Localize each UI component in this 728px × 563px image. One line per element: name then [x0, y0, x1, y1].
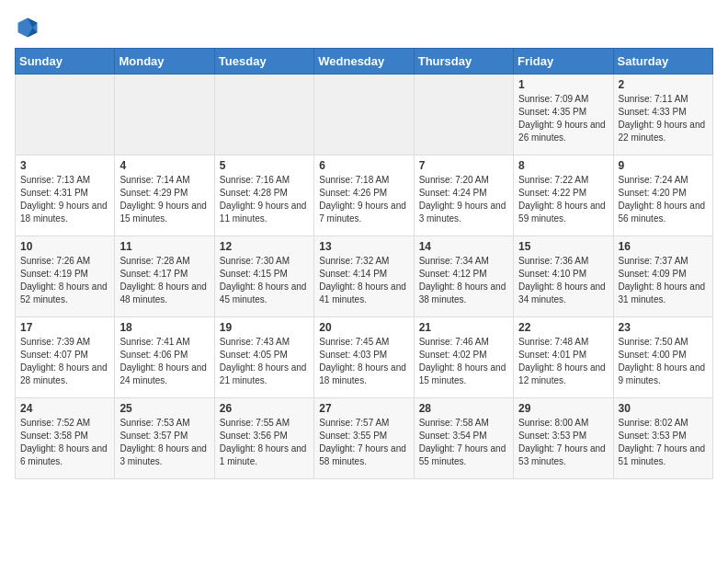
day-info: Sunrise: 7:43 AM Sunset: 4:05 PM Dayligh… — [220, 336, 309, 387]
page-header — [15, 15, 713, 40]
calendar-cell: 12Sunrise: 7:30 AM Sunset: 4:15 PM Dayli… — [214, 236, 313, 317]
day-info: Sunrise: 7:50 AM Sunset: 4:00 PM Dayligh… — [619, 336, 708, 387]
day-info: Sunrise: 7:53 AM Sunset: 3:57 PM Dayligh… — [119, 417, 209, 468]
day-number: 1 — [518, 78, 608, 91]
calendar-cell — [314, 75, 414, 155]
calendar-week-1: 1Sunrise: 7:09 AM Sunset: 4:35 PM Daylig… — [16, 75, 713, 155]
day-info: Sunrise: 7:46 AM Sunset: 4:02 PM Dayligh… — [419, 336, 508, 387]
day-number: 22 — [518, 321, 608, 334]
day-info: Sunrise: 7:41 AM Sunset: 4:06 PM Dayligh… — [119, 336, 209, 387]
day-number: 30 — [619, 402, 708, 415]
day-info: Sunrise: 8:00 AM Sunset: 3:53 PM Dayligh… — [518, 417, 608, 468]
logo-icon — [15, 15, 40, 40]
calendar-cell: 21Sunrise: 7:46 AM Sunset: 4:02 PM Dayli… — [414, 317, 513, 398]
calendar-cell: 30Sunrise: 8:02 AM Sunset: 3:53 PM Dayli… — [613, 398, 712, 479]
calendar-week-4: 17Sunrise: 7:39 AM Sunset: 4:07 PM Dayli… — [16, 317, 713, 398]
day-header-sunday: Sunday — [16, 49, 115, 75]
calendar-cell: 3Sunrise: 7:13 AM Sunset: 4:31 PM Daylig… — [16, 155, 115, 236]
day-number: 7 — [419, 159, 508, 172]
day-info: Sunrise: 7:32 AM Sunset: 4:14 PM Dayligh… — [319, 255, 408, 306]
day-number: 27 — [319, 402, 408, 415]
day-info: Sunrise: 7:11 AM Sunset: 4:33 PM Dayligh… — [619, 93, 708, 144]
day-number: 6 — [319, 159, 408, 172]
day-info: Sunrise: 7:14 AM Sunset: 4:29 PM Dayligh… — [119, 174, 209, 225]
calendar-cell: 9Sunrise: 7:24 AM Sunset: 4:20 PM Daylig… — [613, 155, 712, 236]
day-info: Sunrise: 7:39 AM Sunset: 4:07 PM Dayligh… — [20, 336, 109, 387]
day-number: 3 — [20, 159, 109, 172]
calendar-cell: 6Sunrise: 7:18 AM Sunset: 4:26 PM Daylig… — [314, 155, 414, 236]
day-number: 18 — [119, 321, 209, 334]
day-header-saturday: Saturday — [613, 49, 712, 75]
calendar-cell: 7Sunrise: 7:20 AM Sunset: 4:24 PM Daylig… — [414, 155, 513, 236]
day-info: Sunrise: 7:13 AM Sunset: 4:31 PM Dayligh… — [20, 174, 109, 225]
calendar-cell: 11Sunrise: 7:28 AM Sunset: 4:17 PM Dayli… — [115, 236, 214, 317]
calendar-cell: 13Sunrise: 7:32 AM Sunset: 4:14 PM Dayli… — [314, 236, 414, 317]
calendar-cell — [414, 75, 513, 155]
day-number: 12 — [220, 240, 309, 253]
calendar-cell: 18Sunrise: 7:41 AM Sunset: 4:06 PM Dayli… — [115, 317, 214, 398]
calendar-week-2: 3Sunrise: 7:13 AM Sunset: 4:31 PM Daylig… — [16, 155, 713, 236]
calendar-cell: 16Sunrise: 7:37 AM Sunset: 4:09 PM Dayli… — [613, 236, 712, 317]
day-info: Sunrise: 7:34 AM Sunset: 4:12 PM Dayligh… — [419, 255, 508, 306]
calendar-cell: 24Sunrise: 7:52 AM Sunset: 3:58 PM Dayli… — [16, 398, 115, 479]
day-info: Sunrise: 7:26 AM Sunset: 4:19 PM Dayligh… — [20, 255, 109, 306]
day-number: 16 — [619, 240, 708, 253]
day-number: 15 — [518, 240, 608, 253]
day-info: Sunrise: 7:57 AM Sunset: 3:55 PM Dayligh… — [319, 417, 408, 468]
day-info: Sunrise: 7:45 AM Sunset: 4:03 PM Dayligh… — [319, 336, 408, 387]
day-number: 20 — [319, 321, 408, 334]
calendar-cell: 1Sunrise: 7:09 AM Sunset: 4:35 PM Daylig… — [514, 75, 613, 155]
day-info: Sunrise: 8:02 AM Sunset: 3:53 PM Dayligh… — [619, 417, 708, 468]
day-header-tuesday: Tuesday — [214, 49, 313, 75]
calendar-cell: 17Sunrise: 7:39 AM Sunset: 4:07 PM Dayli… — [16, 317, 115, 398]
calendar-cell: 2Sunrise: 7:11 AM Sunset: 4:33 PM Daylig… — [613, 75, 712, 155]
day-info: Sunrise: 7:22 AM Sunset: 4:22 PM Dayligh… — [518, 174, 608, 225]
calendar-cell: 15Sunrise: 7:36 AM Sunset: 4:10 PM Dayli… — [514, 236, 613, 317]
day-number: 29 — [518, 402, 608, 415]
calendar-cell — [115, 75, 214, 155]
calendar-week-3: 10Sunrise: 7:26 AM Sunset: 4:19 PM Dayli… — [16, 236, 713, 317]
calendar-table: SundayMondayTuesdayWednesdayThursdayFrid… — [15, 48, 713, 479]
day-number: 24 — [20, 402, 109, 415]
day-info: Sunrise: 7:30 AM Sunset: 4:15 PM Dayligh… — [220, 255, 309, 306]
calendar-cell — [16, 75, 115, 155]
day-header-wednesday: Wednesday — [314, 49, 414, 75]
day-info: Sunrise: 7:58 AM Sunset: 3:54 PM Dayligh… — [419, 417, 508, 468]
calendar-cell: 5Sunrise: 7:16 AM Sunset: 4:28 PM Daylig… — [214, 155, 313, 236]
day-number: 14 — [419, 240, 508, 253]
day-info: Sunrise: 7:37 AM Sunset: 4:09 PM Dayligh… — [619, 255, 708, 306]
day-info: Sunrise: 7:24 AM Sunset: 4:20 PM Dayligh… — [619, 174, 708, 225]
day-number: 28 — [419, 402, 508, 415]
day-info: Sunrise: 7:36 AM Sunset: 4:10 PM Dayligh… — [518, 255, 608, 306]
calendar-cell: 27Sunrise: 7:57 AM Sunset: 3:55 PM Dayli… — [314, 398, 414, 479]
day-number: 5 — [220, 159, 309, 172]
day-number: 21 — [419, 321, 508, 334]
calendar-cell: 4Sunrise: 7:14 AM Sunset: 4:29 PM Daylig… — [115, 155, 214, 236]
day-info: Sunrise: 7:52 AM Sunset: 3:58 PM Dayligh… — [20, 417, 109, 468]
day-header-thursday: Thursday — [414, 49, 513, 75]
calendar-cell: 26Sunrise: 7:55 AM Sunset: 3:56 PM Dayli… — [214, 398, 313, 479]
day-info: Sunrise: 7:20 AM Sunset: 4:24 PM Dayligh… — [419, 174, 508, 225]
day-info: Sunrise: 7:28 AM Sunset: 4:17 PM Dayligh… — [119, 255, 209, 306]
logo — [15, 15, 44, 40]
day-info: Sunrise: 7:55 AM Sunset: 3:56 PM Dayligh… — [220, 417, 309, 468]
calendar-cell: 20Sunrise: 7:45 AM Sunset: 4:03 PM Dayli… — [314, 317, 414, 398]
day-number: 2 — [619, 78, 708, 91]
day-number: 19 — [220, 321, 309, 334]
calendar-cell: 25Sunrise: 7:53 AM Sunset: 3:57 PM Dayli… — [115, 398, 214, 479]
day-info: Sunrise: 7:18 AM Sunset: 4:26 PM Dayligh… — [319, 174, 408, 225]
day-number: 17 — [20, 321, 109, 334]
calendar-cell: 29Sunrise: 8:00 AM Sunset: 3:53 PM Dayli… — [514, 398, 613, 479]
day-number: 13 — [319, 240, 408, 253]
calendar-header-row: SundayMondayTuesdayWednesdayThursdayFrid… — [16, 49, 713, 75]
calendar-cell: 10Sunrise: 7:26 AM Sunset: 4:19 PM Dayli… — [16, 236, 115, 317]
calendar-body: 1Sunrise: 7:09 AM Sunset: 4:35 PM Daylig… — [16, 75, 713, 479]
day-info: Sunrise: 7:16 AM Sunset: 4:28 PM Dayligh… — [220, 174, 309, 225]
day-number: 25 — [119, 402, 209, 415]
calendar-cell: 28Sunrise: 7:58 AM Sunset: 3:54 PM Dayli… — [414, 398, 513, 479]
calendar-cell: 14Sunrise: 7:34 AM Sunset: 4:12 PM Dayli… — [414, 236, 513, 317]
calendar-cell: 22Sunrise: 7:48 AM Sunset: 4:01 PM Dayli… — [514, 317, 613, 398]
day-header-friday: Friday — [514, 49, 613, 75]
day-number: 4 — [119, 159, 209, 172]
day-number: 26 — [220, 402, 309, 415]
